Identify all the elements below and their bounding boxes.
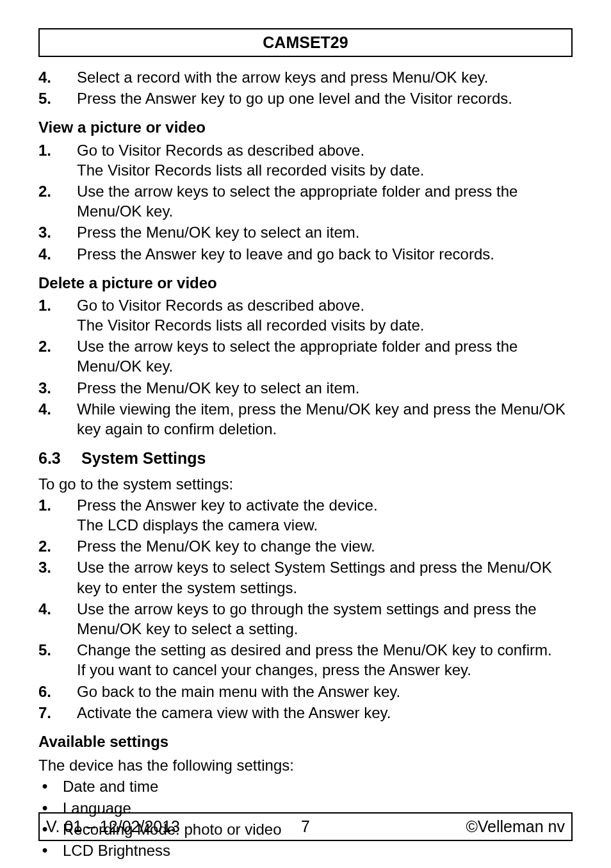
list-item: 5. Press the Answer key to go up one lev… — [38, 88, 573, 108]
list-item: 2. Use the arrow keys to select the appr… — [38, 336, 573, 376]
item-text: While viewing the item, press the Menu/O… — [77, 399, 573, 439]
item-number: 4. — [38, 67, 64, 87]
item-number: 6. — [38, 682, 64, 701]
footer-copyright: ©Velleman nv — [331, 817, 565, 836]
item-number: 1. — [38, 140, 64, 180]
list-item: 3. Press the Menu/OK key to select an it… — [38, 222, 573, 242]
item-number: 2. — [38, 336, 64, 376]
footer-version: V. 01 – 12/02/2013 — [46, 817, 280, 836]
item-number: 3. — [38, 222, 64, 242]
item-text: Select a record with the arrow keys and … — [77, 67, 573, 87]
item-text: Press the Answer key to go up one level … — [77, 88, 573, 108]
item-number: 5. — [38, 88, 64, 108]
item-text: Change the setting as desired and press … — [77, 640, 573, 680]
list-item: 5. Change the setting as desired and pre… — [38, 640, 573, 680]
page: CAMSET29 4. Select a record with the arr… — [0, 0, 611, 868]
item-number: 4. — [38, 399, 64, 439]
item-text: Press the Answer key to leave and go bac… — [77, 244, 573, 264]
bullet-icon: ● — [38, 776, 51, 796]
list-item: 2. Press the Menu/OK key to change the v… — [38, 536, 573, 556]
item-text: Press the Menu/OK key to select an item. — [77, 378, 573, 398]
item-text: Activate the camera view with the Answer… — [77, 703, 573, 723]
list-item: 3. Use the arrow keys to select System S… — [38, 557, 573, 597]
item-text: Press the Menu/OK key to change the view… — [77, 536, 573, 556]
item-text: LCD Brightness — [63, 840, 170, 860]
item-number: 4. — [38, 244, 64, 264]
item-text: Use the arrow keys to select System Sett… — [77, 557, 573, 597]
item-number: 3. — [38, 378, 64, 398]
header-title: CAMSET29 — [263, 33, 348, 51]
list-item: 1. Go to Visitor Records as described ab… — [38, 140, 573, 180]
list-item: 2. Use the arrow keys to select the appr… — [38, 181, 573, 221]
footer-page-number: 7 — [280, 817, 331, 836]
item-text: Use the arrow keys to select the appropr… — [77, 181, 573, 221]
item-text: Date and time — [63, 776, 158, 796]
list-item: 1. Press the Answer key to activate the … — [38, 495, 573, 535]
view-list: 1. Go to Visitor Records as described ab… — [38, 140, 573, 264]
item-number: 4. — [38, 599, 64, 639]
system-heading: 6.3 System Settings — [38, 448, 573, 469]
item-text: Go to Visitor Records as described above… — [77, 295, 573, 335]
list-item: 3. Press the Menu/OK key to select an it… — [38, 378, 573, 398]
list-item: 1. Go to Visitor Records as described ab… — [38, 295, 573, 335]
section-number: 6.3 — [38, 448, 77, 469]
item-number: 2. — [38, 181, 64, 221]
item-text: Use the arrow keys to go through the sys… — [77, 599, 573, 639]
list-item: 4. Press the Answer key to leave and go … — [38, 244, 573, 264]
delete-heading: Delete a picture or video — [38, 273, 573, 293]
item-number: 2. — [38, 536, 64, 556]
list-item: ● LCD Brightness — [38, 840, 573, 860]
header-title-box: CAMSET29 — [38, 28, 573, 57]
delete-list: 1. Go to Visitor Records as described ab… — [38, 295, 573, 439]
available-heading: Available settings — [38, 732, 573, 751]
system-lead: To go to the system settings: — [38, 474, 573, 494]
available-lead: The device has the following settings: — [38, 755, 573, 775]
item-number: 3. — [38, 557, 64, 597]
view-heading: View a picture or video — [38, 117, 573, 137]
item-number: 7. — [38, 703, 64, 723]
item-number: 1. — [38, 495, 64, 535]
item-number: 1. — [38, 295, 64, 335]
bullet-icon: ● — [38, 840, 51, 860]
list-item: 6. Go back to the main menu with the Ans… — [38, 682, 573, 701]
item-number: 5. — [38, 640, 64, 680]
section-title: System Settings — [81, 449, 206, 467]
system-list: 1. Press the Answer key to activate the … — [38, 495, 573, 723]
item-text: Use the arrow keys to select the appropr… — [77, 336, 573, 376]
item-text: Go to Visitor Records as described above… — [77, 140, 573, 180]
list-item: 4. Select a record with the arrow keys a… — [38, 67, 573, 87]
content: 4. Select a record with the arrow keys a… — [38, 67, 573, 860]
item-text: Press the Answer key to activate the dev… — [77, 495, 573, 535]
intro-list: 4. Select a record with the arrow keys a… — [38, 67, 573, 108]
item-text: Go back to the main menu with the Answer… — [77, 682, 573, 701]
list-item: ● Date and time — [38, 776, 573, 796]
footer-box: V. 01 – 12/02/2013 7 ©Velleman nv — [38, 812, 573, 841]
list-item: 7. Activate the camera view with the Ans… — [38, 703, 573, 723]
list-item: 4. While viewing the item, press the Men… — [38, 399, 573, 439]
list-item: 4. Use the arrow keys to go through the … — [38, 599, 573, 639]
item-text: Press the Menu/OK key to select an item. — [77, 222, 573, 242]
